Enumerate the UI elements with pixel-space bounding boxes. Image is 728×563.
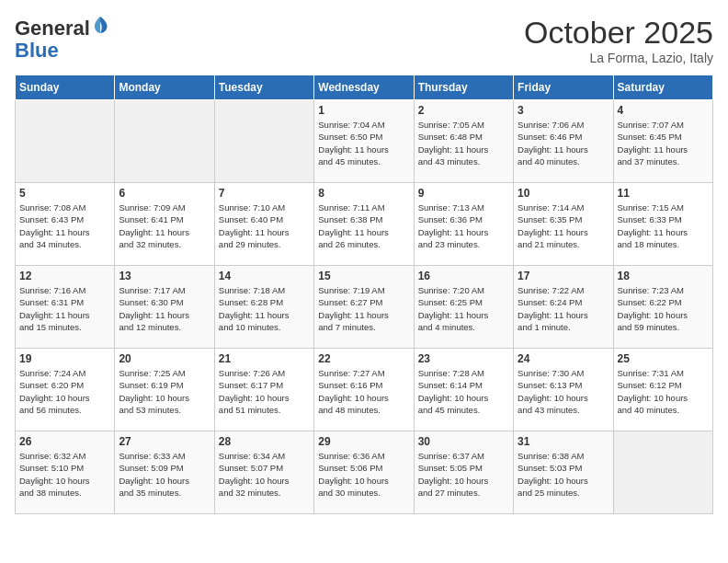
calendar-table: SundayMondayTuesdayWednesdayThursdayFrid…	[15, 75, 713, 514]
day-info: Sunrise: 6:34 AM Sunset: 5:07 PM Dayligh…	[219, 450, 310, 499]
calendar-week-row: 5Sunrise: 7:08 AM Sunset: 6:43 PM Daylig…	[16, 183, 713, 266]
day-number: 12	[19, 270, 110, 282]
weekday-header-sunday: Sunday	[16, 75, 115, 100]
day-number: 6	[119, 187, 210, 200]
calendar-cell: 27Sunrise: 6:33 AM Sunset: 5:09 PM Dayli…	[115, 431, 214, 514]
day-info: Sunrise: 6:32 AM Sunset: 5:10 PM Dayligh…	[19, 450, 110, 499]
day-number: 30	[418, 435, 509, 448]
logo: General Blue	[15, 15, 108, 62]
calendar-cell	[16, 100, 115, 183]
calendar-cell: 23Sunrise: 7:28 AM Sunset: 6:14 PM Dayli…	[414, 349, 513, 431]
calendar-cell: 31Sunrise: 6:38 AM Sunset: 5:03 PM Dayli…	[514, 431, 613, 514]
day-info: Sunrise: 7:25 AM Sunset: 6:19 PM Dayligh…	[119, 367, 210, 416]
day-number: 8	[318, 187, 409, 200]
weekday-header-tuesday: Tuesday	[214, 75, 313, 100]
calendar-cell: 25Sunrise: 7:31 AM Sunset: 6:12 PM Dayli…	[613, 349, 712, 431]
calendar-header-row: SundayMondayTuesdayWednesdayThursdayFrid…	[16, 75, 713, 100]
calendar-cell: 24Sunrise: 7:30 AM Sunset: 6:13 PM Dayli…	[514, 349, 613, 431]
day-number: 10	[518, 187, 609, 200]
day-number: 29	[318, 435, 409, 448]
day-info: Sunrise: 7:26 AM Sunset: 6:17 PM Dayligh…	[219, 367, 310, 416]
title-block: October 2025 La Forma, Lazio, Italy	[524, 15, 713, 65]
day-info: Sunrise: 7:10 AM Sunset: 6:40 PM Dayligh…	[219, 201, 310, 250]
day-info: Sunrise: 6:38 AM Sunset: 5:03 PM Dayligh…	[518, 450, 609, 499]
day-info: Sunrise: 7:31 AM Sunset: 6:12 PM Dayligh…	[618, 367, 709, 416]
day-info: Sunrise: 7:24 AM Sunset: 6:20 PM Dayligh…	[19, 367, 110, 416]
day-info: Sunrise: 7:15 AM Sunset: 6:33 PM Dayligh…	[618, 201, 709, 250]
calendar-cell: 28Sunrise: 6:34 AM Sunset: 5:07 PM Dayli…	[214, 431, 313, 514]
calendar-cell: 26Sunrise: 6:32 AM Sunset: 5:10 PM Dayli…	[16, 431, 115, 514]
day-info: Sunrise: 7:16 AM Sunset: 6:31 PM Dayligh…	[19, 284, 110, 333]
day-number: 19	[19, 352, 110, 365]
calendar-cell: 1Sunrise: 7:04 AM Sunset: 6:50 PM Daylig…	[314, 100, 414, 183]
day-info: Sunrise: 7:17 AM Sunset: 6:30 PM Dayligh…	[119, 284, 210, 333]
calendar-cell: 10Sunrise: 7:14 AM Sunset: 6:35 PM Dayli…	[514, 183, 613, 266]
logo-general: General	[15, 17, 90, 40]
calendar-cell: 12Sunrise: 7:16 AM Sunset: 6:31 PM Dayli…	[16, 266, 115, 349]
day-number: 28	[219, 435, 310, 448]
calendar-cell: 15Sunrise: 7:19 AM Sunset: 6:27 PM Dayli…	[314, 266, 414, 349]
calendar-cell: 6Sunrise: 7:09 AM Sunset: 6:41 PM Daylig…	[115, 183, 214, 266]
day-info: Sunrise: 7:06 AM Sunset: 6:46 PM Dayligh…	[518, 119, 609, 167]
page-header: General Blue October 2025 La Forma, Lazi…	[15, 15, 713, 65]
calendar-cell	[214, 100, 313, 183]
calendar-cell: 20Sunrise: 7:25 AM Sunset: 6:19 PM Dayli…	[115, 349, 214, 431]
calendar-cell: 29Sunrise: 6:36 AM Sunset: 5:06 PM Dayli…	[314, 431, 414, 514]
calendar-cell: 4Sunrise: 7:07 AM Sunset: 6:45 PM Daylig…	[613, 100, 712, 183]
calendar-cell: 2Sunrise: 7:05 AM Sunset: 6:48 PM Daylig…	[414, 100, 513, 183]
day-number: 17	[518, 270, 609, 282]
calendar-cell: 14Sunrise: 7:18 AM Sunset: 6:28 PM Dayli…	[214, 266, 313, 349]
weekday-header-saturday: Saturday	[613, 75, 712, 100]
calendar-week-row: 12Sunrise: 7:16 AM Sunset: 6:31 PM Dayli…	[16, 266, 713, 349]
calendar-week-row: 19Sunrise: 7:24 AM Sunset: 6:20 PM Dayli…	[16, 349, 713, 431]
day-number: 20	[119, 352, 210, 365]
calendar-cell: 18Sunrise: 7:23 AM Sunset: 6:22 PM Dayli…	[613, 266, 712, 349]
day-number: 1	[318, 104, 409, 117]
day-number: 11	[618, 187, 709, 200]
weekday-header-monday: Monday	[115, 75, 214, 100]
location: La Forma, Lazio, Italy	[524, 51, 713, 65]
calendar-week-row: 26Sunrise: 6:32 AM Sunset: 5:10 PM Dayli…	[16, 431, 713, 514]
day-number: 13	[119, 270, 210, 282]
day-info: Sunrise: 7:27 AM Sunset: 6:16 PM Dayligh…	[318, 367, 409, 416]
day-number: 18	[618, 270, 709, 282]
day-info: Sunrise: 7:13 AM Sunset: 6:36 PM Dayligh…	[418, 201, 509, 250]
day-number: 4	[618, 104, 709, 117]
day-info: Sunrise: 7:08 AM Sunset: 6:43 PM Dayligh…	[19, 201, 110, 250]
day-info: Sunrise: 7:23 AM Sunset: 6:22 PM Dayligh…	[618, 284, 709, 333]
calendar-cell: 30Sunrise: 6:37 AM Sunset: 5:05 PM Dayli…	[414, 431, 513, 514]
calendar-cell: 22Sunrise: 7:27 AM Sunset: 6:16 PM Dayli…	[314, 349, 414, 431]
day-info: Sunrise: 7:04 AM Sunset: 6:50 PM Dayligh…	[318, 119, 409, 167]
calendar-cell: 8Sunrise: 7:11 AM Sunset: 6:38 PM Daylig…	[314, 183, 414, 266]
weekday-header-thursday: Thursday	[414, 75, 513, 100]
day-info: Sunrise: 7:20 AM Sunset: 6:25 PM Dayligh…	[418, 284, 509, 333]
weekday-header-wednesday: Wednesday	[314, 75, 414, 100]
calendar-cell: 7Sunrise: 7:10 AM Sunset: 6:40 PM Daylig…	[214, 183, 313, 266]
day-number: 21	[219, 352, 310, 365]
day-info: Sunrise: 7:22 AM Sunset: 6:24 PM Dayligh…	[518, 284, 609, 333]
calendar-cell: 11Sunrise: 7:15 AM Sunset: 6:33 PM Dayli…	[613, 183, 712, 266]
month-title: October 2025	[524, 15, 713, 51]
calendar-cell: 21Sunrise: 7:26 AM Sunset: 6:17 PM Dayli…	[214, 349, 313, 431]
day-info: Sunrise: 7:18 AM Sunset: 6:28 PM Dayligh…	[219, 284, 310, 333]
calendar-cell	[115, 100, 214, 183]
day-number: 2	[418, 104, 509, 117]
day-info: Sunrise: 7:19 AM Sunset: 6:27 PM Dayligh…	[318, 284, 409, 333]
weekday-header-friday: Friday	[514, 75, 613, 100]
calendar-cell: 17Sunrise: 7:22 AM Sunset: 6:24 PM Dayli…	[514, 266, 613, 349]
day-number: 7	[219, 187, 310, 200]
day-info: Sunrise: 6:33 AM Sunset: 5:09 PM Dayligh…	[119, 450, 210, 499]
day-info: Sunrise: 7:28 AM Sunset: 6:14 PM Dayligh…	[418, 367, 509, 416]
calendar-cell: 5Sunrise: 7:08 AM Sunset: 6:43 PM Daylig…	[16, 183, 115, 266]
day-number: 5	[19, 187, 110, 200]
day-info: Sunrise: 7:30 AM Sunset: 6:13 PM Dayligh…	[518, 367, 609, 416]
logo-blue: Blue	[15, 39, 59, 62]
day-number: 25	[618, 352, 709, 365]
day-info: Sunrise: 7:11 AM Sunset: 6:38 PM Dayligh…	[318, 201, 409, 250]
calendar-cell: 3Sunrise: 7:06 AM Sunset: 6:46 PM Daylig…	[514, 100, 613, 183]
day-number: 14	[219, 270, 310, 282]
calendar-cell: 16Sunrise: 7:20 AM Sunset: 6:25 PM Dayli…	[414, 266, 513, 349]
day-number: 24	[518, 352, 609, 365]
day-number: 3	[518, 104, 609, 117]
calendar-cell: 9Sunrise: 7:13 AM Sunset: 6:36 PM Daylig…	[414, 183, 513, 266]
